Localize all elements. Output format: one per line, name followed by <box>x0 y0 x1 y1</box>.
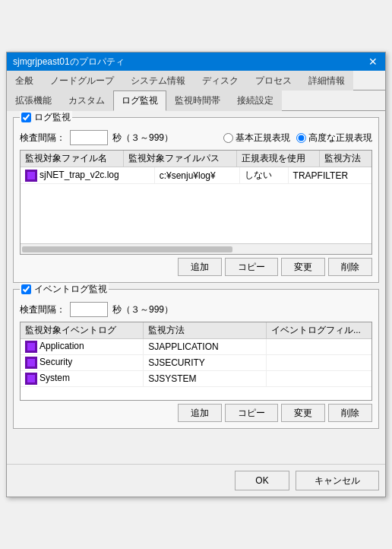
event-table-container: 監視対象イベントログ 監視方法 イベントログフィル... Application <box>20 322 372 401</box>
table-row[interactable]: sjNET_trap_v2c.log c:¥senju¥log¥ しない TRA… <box>21 167 371 184</box>
table-row[interactable]: Security SJSECURITY <box>21 355 371 371</box>
tab-general[interactable]: 全般 <box>7 71 42 90</box>
event-copy-button[interactable]: コピー <box>225 404 278 422</box>
log-interval-unit: 秒（３～999） <box>112 132 173 144</box>
log-col-method: 監視方法 <box>320 151 371 167</box>
event-button-row: 追加 コピー 変更 削除 <box>20 404 372 422</box>
log-copy-button[interactable]: コピー <box>225 258 278 276</box>
radio-basic[interactable] <box>223 133 233 143</box>
event-icon-3 <box>25 373 37 385</box>
ok-button[interactable]: OK <box>235 471 289 490</box>
tab-custom[interactable]: カスタム <box>60 90 113 111</box>
log-table-body: sjNET_trap_v2c.log c:¥senju¥log¥ しない TRA… <box>21 167 371 184</box>
log-monitor-label: ログ監視 <box>34 111 71 124</box>
event-change-button[interactable]: 変更 <box>281 404 325 422</box>
window-title: sjmgrjpeast01のプロパティ <box>13 56 125 68</box>
log-table-wrapper: 監視対象ファイル名 監視対象ファイルパス 正規表現を使用 監視方法 <box>20 150 372 255</box>
log-monitor-group: ログ監視 検査間隔： 15 秒（３～999） 基本正規表現 高度な正規表現 <box>13 117 379 283</box>
tabs-row2: 拡張機能 カスタム ログ監視 監視時間帯 接続設定 <box>7 90 385 111</box>
table-row[interactable]: System SJSYSTEM <box>21 371 371 387</box>
log-col-filename: 監視対象ファイル名 <box>21 151 123 167</box>
log-table-body-scroll[interactable]: sjNET_trap_v2c.log c:¥senju¥log¥ しない TRA… <box>21 167 371 243</box>
event-table-body-scroll[interactable]: Application SJAPPLICATION Security SJSEC… <box>21 339 371 400</box>
regex-radio-group: 基本正規表現 高度な正規表現 <box>223 132 372 144</box>
event-table-header: 監視対象イベントログ 監視方法 イベントログフィル... <box>21 322 371 339</box>
log-row-regex: しない <box>240 167 288 184</box>
event-interval-label: 検査間隔： <box>20 303 65 316</box>
log-interval-label: 検査間隔： <box>20 132 65 144</box>
log-interval-row: 検査間隔： 15 秒（３～999） 基本正規表現 高度な正規表現 <box>20 130 372 145</box>
log-table: 監視対象ファイル名 監視対象ファイルパス 正規表現を使用 監視方法 <box>21 151 371 167</box>
titlebar: sjmgrjpeast01のプロパティ ✕ <box>7 52 385 71</box>
event-row1-method: SJAPPLICATION <box>144 339 267 355</box>
cancel-button[interactable]: キャンセル <box>296 471 379 490</box>
close-button[interactable]: ✕ <box>367 56 379 67</box>
log-delete-button[interactable]: 削除 <box>328 258 372 276</box>
event-row3-filter <box>266 371 371 387</box>
event-col-name: 監視対象イベントログ <box>21 322 144 339</box>
event-add-button[interactable]: 追加 <box>178 404 222 422</box>
tab-sysinfo[interactable]: システム情報 <box>122 71 194 90</box>
log-row-filename: sjNET_trap_v2c.log <box>21 167 154 184</box>
log-table-container: 監視対象ファイル名 監視対象ファイルパス 正規表現を使用 監視方法 <box>20 150 372 255</box>
event-monitor-label: イベントログ監視 <box>34 283 107 296</box>
main-window: sjmgrjpeast01のプロパティ ✕ 全般 ノードグループ システム情報 … <box>6 52 386 497</box>
event-delete-button[interactable]: 削除 <box>328 404 372 422</box>
event-monitor-legend: イベントログ監視 <box>20 283 109 296</box>
log-col-filepath: 監視対象ファイルパス <box>123 151 237 167</box>
tab-nodegroup[interactable]: ノードグループ <box>42 71 122 90</box>
tab-process[interactable]: プロセス <box>247 71 300 90</box>
radio-advanced-label[interactable]: 高度な正規表現 <box>296 132 372 144</box>
tab-connection[interactable]: 接続設定 <box>229 90 282 111</box>
event-row3-name: System <box>21 371 144 387</box>
file-icon <box>25 170 37 182</box>
event-col-method: 監視方法 <box>144 322 267 339</box>
event-table-body: Application SJAPPLICATION Security SJSEC… <box>21 339 371 387</box>
log-interval-input[interactable]: 15 <box>70 130 108 145</box>
event-col-filter: イベントログフィル... <box>266 322 371 339</box>
event-row3-method: SJSYSTEM <box>144 371 267 387</box>
event-interval-input[interactable]: 15 <box>70 302 108 317</box>
tab-disk[interactable]: ディスク <box>194 71 247 90</box>
log-hscrollbar[interactable] <box>21 243 371 254</box>
tab-detail[interactable]: 詳細情報 <box>300 71 353 90</box>
log-row-method: TRAPFILTER <box>288 167 371 184</box>
radio-basic-text: 基本正規表現 <box>236 132 290 144</box>
event-monitor-group: イベントログ監視 検査間隔： 15 秒（３～999） 監視対象イベントログ 監視… <box>13 289 379 429</box>
log-row-filepath: c:¥senju¥log¥ <box>154 167 240 184</box>
tab-extension[interactable]: 拡張機能 <box>7 90 60 111</box>
event-monitor-checkbox[interactable] <box>21 284 31 294</box>
radio-advanced-text: 高度な正規表現 <box>308 132 372 144</box>
radio-advanced[interactable] <box>296 133 306 143</box>
radio-basic-label[interactable]: 基本正規表現 <box>223 132 290 144</box>
event-row2-filter <box>266 355 371 371</box>
event-row1-filter <box>266 339 371 355</box>
event-icon-1 <box>25 341 37 353</box>
log-col-regex: 正規表現を使用 <box>237 151 320 167</box>
event-row1-name: Application <box>21 339 144 355</box>
event-icon-2 <box>25 357 37 369</box>
tab-logmonitor[interactable]: ログ監視 <box>113 90 166 111</box>
log-button-row: 追加 コピー 変更 削除 <box>20 258 372 276</box>
table-row[interactable]: Application SJAPPLICATION <box>21 339 371 355</box>
event-row2-method: SJSECURITY <box>144 355 267 371</box>
tab-schedule[interactable]: 監視時間帯 <box>166 90 229 111</box>
event-row2-name: Security <box>21 355 144 371</box>
log-monitor-legend: ログ監視 <box>20 111 72 124</box>
log-monitor-checkbox[interactable] <box>21 113 31 122</box>
event-interval-unit: 秒（３～999） <box>112 303 173 316</box>
event-interval-row: 検査間隔： 15 秒（３～999） <box>20 302 372 317</box>
spacer <box>13 435 379 458</box>
bottom-buttons: OK キャンセル <box>7 464 385 497</box>
tabs-row1: 全般 ノードグループ システム情報 ディスク プロセス 詳細情報 <box>7 71 385 90</box>
log-add-button[interactable]: 追加 <box>178 258 222 276</box>
tab-content: ログ監視 検査間隔： 15 秒（３～999） 基本正規表現 高度な正規表現 <box>7 111 385 464</box>
log-change-button[interactable]: 変更 <box>281 258 325 276</box>
